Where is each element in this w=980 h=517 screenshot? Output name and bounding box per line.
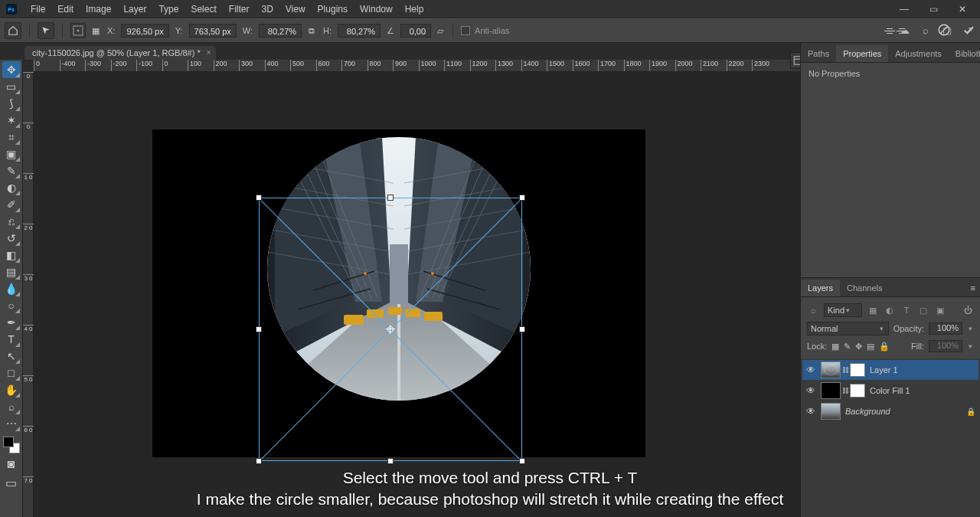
frame-tool[interactable]: ▣ bbox=[2, 146, 21, 162]
tab-adjustments[interactable]: Adjustments bbox=[888, 45, 949, 62]
layer-row[interactable]: 👁⛓Color Fill 1 bbox=[802, 381, 978, 401]
lasso-tool[interactable]: ⟆ bbox=[2, 95, 21, 112]
close-document-icon[interactable]: × bbox=[207, 48, 211, 57]
maximize-button[interactable]: ▭ bbox=[919, 4, 948, 15]
tab-paths[interactable]: Paths bbox=[801, 45, 836, 62]
brush-tool[interactable]: ✐ bbox=[2, 196, 21, 213]
menu-window[interactable]: Window bbox=[354, 4, 399, 15]
document-tab[interactable]: city-1150026.jpg @ 50% (Layer 1, RGB/8#)… bbox=[24, 46, 216, 60]
pen-tool[interactable]: ✒ bbox=[2, 314, 21, 331]
layer-thumbnail[interactable] bbox=[821, 362, 841, 378]
w-input[interactable]: 80,27% bbox=[259, 24, 302, 38]
layers-panel-menu-icon[interactable]: ≡ bbox=[966, 280, 980, 296]
spot-heal-tool[interactable]: ◐ bbox=[2, 179, 21, 196]
menu-layer[interactable]: Layer bbox=[117, 4, 152, 15]
transform-handle-bm[interactable] bbox=[387, 458, 394, 464]
tab-layers[interactable]: Layers bbox=[801, 280, 840, 296]
mask-thumbnail[interactable] bbox=[850, 384, 865, 398]
hand-tool[interactable]: ✋ bbox=[2, 381, 21, 398]
layer-thumbnail[interactable] bbox=[821, 382, 841, 399]
tab-channels[interactable]: Channels bbox=[840, 280, 889, 296]
close-button[interactable]: ✕ bbox=[948, 4, 977, 15]
blend-mode-select[interactable]: Normal▾ bbox=[807, 322, 889, 335]
angle-input[interactable]: 0,00 bbox=[400, 24, 431, 38]
canvas-area[interactable] bbox=[34, 72, 800, 517]
search-icon[interactable]: ⌕ bbox=[919, 23, 933, 37]
antialias-checkbox[interactable] bbox=[461, 26, 470, 35]
menu-select[interactable]: Select bbox=[185, 4, 222, 15]
menu-view[interactable]: View bbox=[279, 4, 312, 15]
clone-stamp-tool[interactable]: ⎌ bbox=[2, 213, 21, 230]
shape-tool[interactable]: □ bbox=[2, 365, 21, 381]
more-tools[interactable]: ⋯ bbox=[2, 415, 21, 432]
reference-point-icon[interactable] bbox=[70, 23, 86, 38]
opacity-input[interactable]: 100% bbox=[929, 322, 962, 335]
color-swatches[interactable] bbox=[3, 437, 20, 453]
visibility-toggle-icon[interactable]: 👁 bbox=[805, 365, 816, 375]
city-image[interactable] bbox=[267, 137, 531, 401]
gradient-tool[interactable]: ▤ bbox=[2, 263, 21, 280]
minimize-button[interactable]: — bbox=[890, 4, 919, 15]
menu-help[interactable]: Help bbox=[399, 4, 430, 15]
eraser-tool[interactable]: ◧ bbox=[2, 247, 21, 263]
workspace-icon[interactable]: ▢ bbox=[940, 23, 954, 37]
eyedropper-tool[interactable]: ✎ bbox=[2, 162, 21, 179]
layer-name[interactable]: Layer 1 bbox=[870, 365, 898, 375]
menu-image[interactable]: Image bbox=[80, 4, 117, 15]
move-tool[interactable]: ✥ bbox=[2, 61, 21, 78]
blur-tool[interactable]: 💧 bbox=[2, 280, 21, 297]
filter-toggle-icon[interactable]: ⏻ bbox=[962, 304, 974, 316]
link-aspect-icon[interactable]: ⧉ bbox=[306, 25, 317, 36]
tab-properties[interactable]: Properties bbox=[836, 45, 888, 62]
menu-filter[interactable]: Filter bbox=[223, 4, 256, 15]
share-icon[interactable]: ↗ bbox=[962, 23, 975, 37]
filter-type-icon[interactable]: T bbox=[900, 304, 913, 316]
lock-transparent-icon[interactable]: ▦ bbox=[831, 342, 839, 352]
layer-thumbnail[interactable] bbox=[821, 403, 841, 420]
path-select-tool[interactable]: ↖ bbox=[2, 348, 21, 365]
menu-type[interactable]: Type bbox=[152, 4, 185, 15]
ruler-horizontal[interactable]: 0-400-300-200-10001002003004005006007008… bbox=[34, 60, 800, 72]
visibility-toggle-icon[interactable]: 👁 bbox=[805, 406, 816, 417]
lock-pixels-icon[interactable]: ✎ bbox=[844, 342, 851, 352]
y-input[interactable]: 763,50 px bbox=[189, 24, 237, 38]
home-icon[interactable] bbox=[5, 22, 21, 39]
lock-all-icon[interactable]: 🔒 bbox=[879, 342, 890, 352]
relative-position-icon[interactable]: ▦ bbox=[90, 25, 101, 36]
transform-handle-br[interactable] bbox=[519, 458, 525, 464]
layer-row[interactable]: 👁Background🔒 bbox=[802, 401, 978, 421]
x-input[interactable]: 926,50 px bbox=[121, 24, 168, 38]
filter-shape-icon[interactable]: ▢ bbox=[917, 304, 929, 316]
ruler-vertical[interactable]: 001 02 03 04 05 06 07 08 0 bbox=[23, 72, 34, 517]
filter-kind-select[interactable]: Kind▾ bbox=[824, 303, 862, 317]
filter-search-icon[interactable]: ⌕ bbox=[807, 304, 819, 316]
menu-plugins[interactable]: Plugins bbox=[312, 4, 354, 15]
h-input[interactable]: 80,27% bbox=[338, 24, 381, 38]
document-canvas[interactable] bbox=[152, 129, 645, 457]
menu-file[interactable]: File bbox=[24, 4, 51, 15]
lock-artboard-icon[interactable]: ▤ bbox=[867, 342, 874, 352]
fill-input[interactable]: 100% bbox=[929, 340, 962, 352]
marquee-tool[interactable]: ▭ bbox=[2, 78, 21, 95]
filter-adjust-icon[interactable]: ◐ bbox=[884, 304, 896, 316]
crop-tool[interactable]: ⌗ bbox=[2, 129, 21, 146]
zoom-tool[interactable]: ⌕ bbox=[2, 398, 21, 415]
layer-name[interactable]: Background bbox=[845, 407, 890, 416]
mask-thumbnail[interactable] bbox=[850, 363, 865, 377]
move-tool-icon[interactable] bbox=[38, 22, 54, 39]
menu-edit[interactable]: Edit bbox=[51, 4, 80, 15]
link-mask-icon[interactable]: ⛓ bbox=[842, 387, 848, 394]
filter-pixel-icon[interactable]: ▦ bbox=[867, 304, 879, 316]
magic-wand-tool[interactable]: ✶ bbox=[2, 112, 21, 129]
dodge-tool[interactable]: ○ bbox=[2, 297, 21, 314]
lock-position-icon[interactable]: ✥ bbox=[855, 342, 862, 352]
transform-handle-bl[interactable] bbox=[256, 458, 262, 464]
layer-row[interactable]: 👁⛓Layer 1 bbox=[802, 360, 978, 380]
link-mask-icon[interactable]: ⛓ bbox=[842, 366, 848, 374]
visibility-toggle-icon[interactable]: 👁 bbox=[805, 385, 816, 396]
type-tool[interactable]: T bbox=[2, 331, 21, 348]
filter-smart-icon[interactable]: ▣ bbox=[934, 304, 946, 316]
history-brush-tool[interactable]: ↺ bbox=[2, 230, 21, 247]
menu-3d[interactable]: 3D bbox=[255, 4, 279, 15]
layer-name[interactable]: Color Fill 1 bbox=[870, 386, 910, 395]
